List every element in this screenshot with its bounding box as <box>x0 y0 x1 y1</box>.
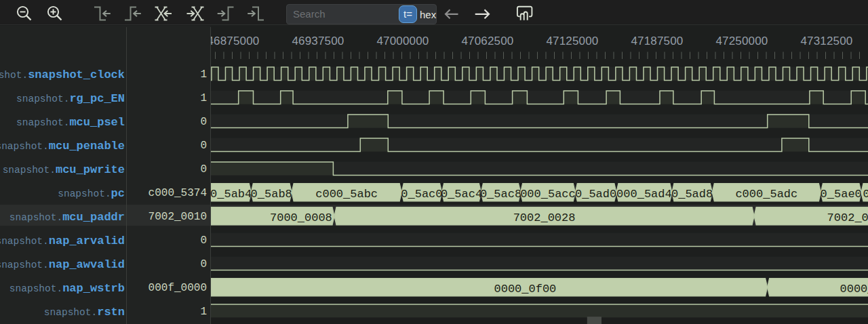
svg-text:0000_0f00: 0000_0f00 <box>494 283 557 296</box>
svg-text:47187500: 47187500 <box>631 35 684 47</box>
svg-text:46875000: 46875000 <box>211 35 259 47</box>
svg-text:7002_0030: 7002_0030 <box>827 211 868 224</box>
svg-text:7002_0028: 7002_0028 <box>513 211 576 224</box>
svg-text:0_5ad0: 0_5ad0 <box>575 188 616 201</box>
svg-text:0_5ab4: 0_5ab4 <box>211 188 252 201</box>
svg-text:46937500: 46937500 <box>292 35 344 47</box>
svg-text:47125000: 47125000 <box>547 35 599 47</box>
svg-text:0_5ac4: 0_5ac4 <box>441 188 482 201</box>
svg-text:7000_0008: 7000_0008 <box>270 211 332 224</box>
svg-text:0_5ab8: 0_5ab8 <box>251 188 292 201</box>
svg-text:000_5ad4: 000_5ad4 <box>616 188 672 201</box>
svg-text:0_5ad8: 0_5ad8 <box>671 188 713 201</box>
svg-text:000_5acc: 000_5acc <box>520 188 576 201</box>
svg-text:0_5ac0: 0_5ac0 <box>401 188 442 201</box>
svg-text:0_5ae4: 0_5ae4 <box>863 188 868 201</box>
svg-text:47000000: 47000000 <box>377 35 429 47</box>
svg-text:c000_5abc: c000_5abc <box>315 188 378 201</box>
svg-text:0_5ae0: 0_5ae0 <box>821 188 862 201</box>
svg-text:0000_0000: 0000_0000 <box>840 283 868 296</box>
svg-text:47062500: 47062500 <box>462 35 514 47</box>
svg-text:47312500: 47312500 <box>801 35 853 47</box>
svg-text:47250000: 47250000 <box>716 35 768 47</box>
svg-text:0_5ac8: 0_5ac8 <box>480 188 521 201</box>
svg-text:c000_5adc: c000_5adc <box>735 188 797 201</box>
